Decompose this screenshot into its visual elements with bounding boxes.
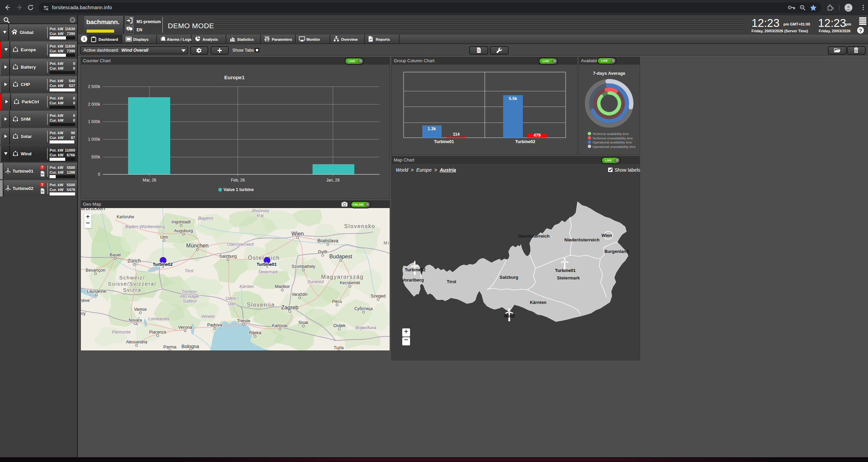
svg-text:Value 1 turbine: Value 1 turbine <box>224 187 254 192</box>
svg-text:Jan, 26: Jan, 26 <box>326 178 340 183</box>
svg-text:Slovensko: Slovensko <box>344 223 375 229</box>
svg-text:Zürich: Zürich <box>128 258 141 263</box>
svg-text:Lombardia: Lombardia <box>148 316 169 321</box>
svg-text:Padova: Padova <box>207 322 223 327</box>
svg-text:Turbine02: Turbine02 <box>515 139 535 144</box>
svg-text:Varese: Varese <box>134 307 146 312</box>
svg-text:München: München <box>186 243 209 249</box>
svg-text:Tirol: Tirol <box>184 268 193 273</box>
svg-text:Udin: Udin <box>228 302 236 306</box>
svg-text:Karlsruhe: Karlsruhe <box>117 215 134 219</box>
svg-text:Udine /: Udine / <box>226 296 239 301</box>
svg-text:Mis: Mis <box>384 240 390 245</box>
svg-text:Basel: Basel <box>110 252 121 257</box>
svg-text:114: 114 <box>453 132 460 137</box>
svg-text:Svizra: Svizra <box>123 287 141 293</box>
svg-text:Kecskemét: Kecskemét <box>340 280 360 285</box>
svg-text:Rijeka: Rijeka <box>249 330 262 335</box>
svg-text:Magyarország: Magyarország <box>321 274 364 280</box>
svg-text:500k: 500k <box>91 155 101 159</box>
svg-text:Salzburg: Salzburg <box>219 254 236 259</box>
svg-text:Суботица: Суботица <box>354 306 373 311</box>
svg-text:Kärnten: Kärnten <box>240 284 254 289</box>
svg-text:Tuzla: Tuzla <box>334 345 344 350</box>
svg-text:Turbine02: Turbine02 <box>153 262 173 267</box>
svg-text:Saarbrücken: Saarbrücken <box>81 208 105 211</box>
svg-text:Operational unavailability tim: Operational unavailability time <box>592 145 636 149</box>
svg-text:Parma: Parma <box>163 344 177 349</box>
svg-text:Győr: Győr <box>318 249 328 254</box>
svg-text:Wien: Wien <box>602 233 612 238</box>
svg-text:Baden-Württemberg: Baden-Württemberg <box>125 224 165 229</box>
svg-text:Salzburg: Salzburg <box>500 275 518 280</box>
svg-text:1 000k: 1 000k <box>88 137 101 142</box>
svg-text:Slovenija: Slovenija <box>247 302 275 308</box>
svg-text:Bratislava: Bratislava <box>317 238 338 243</box>
svg-text:Technical availability time: Technical availability time <box>592 132 629 136</box>
svg-text:Kärnten: Kärnten <box>530 300 546 305</box>
svg-text:2 500k: 2 500k <box>88 84 101 89</box>
svg-text:Mar, 26: Mar, 26 <box>143 178 156 183</box>
svg-text:0: 0 <box>98 172 100 177</box>
svg-text:Alto Adige/: Alto Adige/ <box>179 294 200 299</box>
svg-text:Piemonte: Piemonte <box>112 329 131 335</box>
svg-text:Novara: Novara <box>129 318 142 323</box>
svg-text:Turbine01: Turbine01 <box>434 139 454 144</box>
svg-text:Südtirol: Südtirol <box>183 299 197 304</box>
svg-text:Turbine02: Turbine02 <box>405 267 425 272</box>
svg-text:Zagreb: Zagreb <box>281 305 299 310</box>
svg-text:1 500k: 1 500k <box>88 119 101 124</box>
svg-text:Turbine01: Turbine01 <box>555 268 575 273</box>
svg-text:Jihočeský: Jihočeský <box>251 208 270 213</box>
svg-text:Augsburg: Augsburg <box>174 228 193 233</box>
svg-text:Trieste: Trieste <box>237 318 250 323</box>
svg-text:Varaždin: Varaždin <box>292 292 307 297</box>
svg-text:Oberösterreich: Oberösterreich <box>227 242 254 247</box>
svg-text:479: 479 <box>534 133 541 138</box>
svg-text:Niederösterreich: Niederösterreich <box>564 237 599 242</box>
svg-text:Vorarlberg: Vorarlberg <box>402 277 424 283</box>
svg-text:Piacenza: Piacenza <box>149 330 166 335</box>
svg-text:Dunántúl: Dunántúl <box>307 279 324 284</box>
svg-text:Burgenland: Burgenland <box>604 249 629 254</box>
svg-text:kraj: kraj <box>257 213 264 218</box>
svg-text:Genève: Genève <box>81 298 90 303</box>
svg-text:Ingolstadt: Ingolstadt <box>172 219 191 224</box>
svg-text:Turbine01: Turbine01 <box>257 262 277 267</box>
svg-text:Bayern: Bayern <box>198 216 213 221</box>
svg-text:5.5k: 5.5k <box>509 96 517 101</box>
svg-text:Operational availability time: Operational availability time <box>592 140 632 144</box>
svg-text:Ulm: Ulm <box>160 235 168 240</box>
svg-text:Karlovac: Karlovac <box>272 323 288 328</box>
svg-text:Steiermark: Steiermark <box>557 275 580 280</box>
svg-text:Lausanne: Lausanne <box>87 289 106 294</box>
svg-text:Schweiz/: Schweiz/ <box>119 275 145 280</box>
svg-text:Szombathely: Szombathely <box>291 264 315 269</box>
svg-text:Wien: Wien <box>291 231 304 237</box>
svg-text:necy: necy <box>81 311 86 316</box>
svg-text:Oberösterreich: Oberösterreich <box>518 234 549 239</box>
svg-text:Budapest: Budapest <box>329 254 352 259</box>
svg-text:1.3k: 1.3k <box>428 126 436 131</box>
svg-text:Sisak: Sisak <box>298 320 308 325</box>
svg-text:Wind: Wind <box>504 313 515 319</box>
svg-text:2 000k: 2 000k <box>88 102 101 107</box>
svg-text:Steiermark: Steiermark <box>258 270 278 274</box>
svg-text:Europe1: Europe1 <box>224 74 245 80</box>
svg-text:Bologna: Bologna <box>181 344 199 349</box>
svg-text:Veneto: Veneto <box>201 314 215 319</box>
svg-text:Feb, 26: Feb, 26 <box>231 178 245 183</box>
svg-text:Szeged: Szeged <box>371 293 386 298</box>
svg-text:Војводина: Војводина <box>355 325 376 330</box>
svg-text:Besançon: Besançon <box>86 268 105 273</box>
svg-text:Tirol: Tirol <box>447 279 456 284</box>
svg-text:Trentino-: Trentino- <box>181 289 197 294</box>
svg-text:7-days Average: 7-days Average <box>593 71 625 76</box>
svg-text:Verona: Verona <box>178 325 192 330</box>
svg-text:Maribor: Maribor <box>275 284 290 289</box>
svg-text:Suisse/Svizzera/: Suisse/Svizzera/ <box>108 281 157 287</box>
svg-text:Pécs: Pécs <box>332 299 342 304</box>
svg-text:Osijek: Osijek <box>333 323 346 328</box>
svg-text:Alessandria: Alessandria <box>126 340 147 344</box>
svg-text:Technical Unavailability time: Technical Unavailability time <box>592 136 633 140</box>
